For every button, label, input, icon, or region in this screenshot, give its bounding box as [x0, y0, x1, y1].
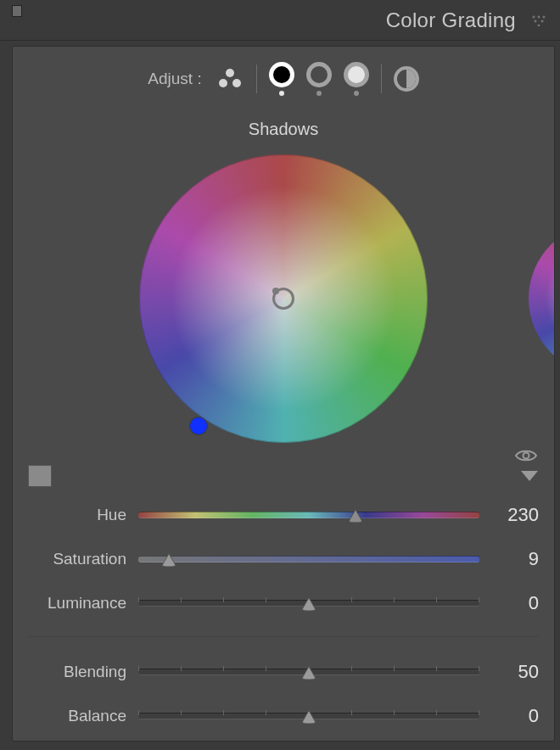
panel-grip[interactable]: [12, 5, 22, 17]
wheel-value-dot[interactable]: [190, 417, 207, 434]
blending-slider-row: Blending 50: [28, 661, 539, 683]
svg-point-12: [524, 453, 529, 459]
luminance-label: Luminance: [28, 594, 135, 613]
svg-point-2: [543, 16, 545, 18]
slider-handle[interactable]: [347, 508, 364, 523]
slider-handle[interactable]: [300, 665, 317, 680]
highlights-mode-button[interactable]: [344, 62, 369, 96]
color-wheel-area: [13, 154, 554, 460]
color-grading-panel: Adjust :: [12, 46, 555, 742]
adjust-label: Adjust :: [148, 70, 201, 88]
highlights-circle-icon: [344, 62, 369, 87]
disclosure-triangle-icon[interactable]: [520, 470, 539, 482]
svg-point-4: [541, 20, 543, 22]
midtones-circle-icon: [306, 62, 332, 87]
blending-value[interactable]: 50: [483, 661, 539, 683]
mode-indicator-dot: [279, 91, 284, 96]
svg-point-3: [535, 20, 536, 22]
adjust-mode-row: Adjust :: [13, 62, 554, 96]
luminance-slider-row: Luminance 0: [28, 592, 539, 614]
svg-marker-13: [521, 471, 538, 481]
slider-handle[interactable]: [300, 596, 317, 611]
swatch-row: [13, 465, 554, 497]
section-divider: [28, 636, 539, 637]
balance-slider-row: Balance 0: [28, 705, 539, 727]
divider: [256, 64, 257, 93]
mode-indicator-dot: [316, 91, 322, 96]
svg-point-8: [232, 79, 241, 87]
hue-slider[interactable]: [138, 512, 479, 518]
section-label: Shadows: [13, 120, 554, 139]
next-wheel-peek[interactable]: [529, 222, 555, 375]
svg-point-1: [538, 16, 540, 18]
shadows-circle-icon: [269, 62, 294, 87]
midtones-mode-button[interactable]: [306, 62, 332, 96]
global-mode-icon[interactable]: [394, 66, 419, 92]
wheel-center-marker[interactable]: [272, 288, 294, 310]
balance-value[interactable]: 0: [483, 705, 539, 727]
saturation-label: Saturation: [28, 550, 135, 568]
hue-value[interactable]: 230: [483, 504, 539, 526]
svg-point-0: [533, 16, 535, 18]
svg-point-11: [397, 70, 416, 88]
hue-label: Hue: [28, 506, 135, 524]
slider-handle[interactable]: [300, 709, 317, 724]
panel-collapse-icon[interactable]: [531, 14, 546, 26]
blending-label: Blending: [28, 663, 135, 681]
shadows-mode-button[interactable]: [269, 62, 294, 96]
three-way-mode-icon[interactable]: [216, 66, 244, 92]
color-sliders: Hue 230 Saturation 9 Luminance: [13, 497, 554, 727]
hue-slider-row: Hue 230: [28, 504, 539, 526]
divider: [381, 64, 382, 93]
balance-slider[interactable]: [138, 713, 479, 719]
saturation-value[interactable]: 9: [483, 548, 539, 570]
luminance-value[interactable]: 0: [483, 592, 539, 614]
svg-point-6: [226, 69, 234, 77]
svg-point-7: [219, 79, 227, 87]
panel-title: Color Grading: [386, 8, 516, 32]
svg-point-5: [538, 25, 540, 26]
saturation-slider-row: Saturation 9: [28, 548, 539, 570]
mode-indicator-dot: [354, 91, 359, 96]
color-swatch[interactable]: [28, 465, 52, 487]
saturation-slider[interactable]: [138, 556, 479, 562]
luminance-slider[interactable]: [138, 600, 479, 607]
visibility-toggle-icon[interactable]: [515, 448, 537, 463]
wheel-dim-overlay: [529, 222, 555, 375]
balance-label: Balance: [28, 707, 135, 725]
panel-header[interactable]: Color Grading: [0, 0, 560, 41]
slider-handle[interactable]: [160, 552, 177, 567]
blending-slider[interactable]: [138, 669, 479, 675]
